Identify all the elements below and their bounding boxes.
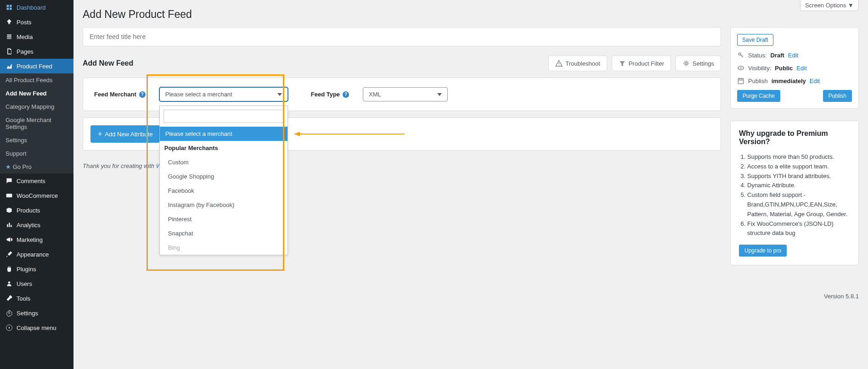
right-column: Save Draft Status: Draft Edit Visibility…: [730, 27, 859, 300]
merchant-select[interactable]: Please select a merchant: [159, 87, 288, 101]
add-attribute-button[interactable]: +Add New Attribute: [90, 125, 160, 143]
section-title: Add New Feed: [83, 59, 133, 67]
publish-button[interactable]: Publish: [823, 90, 852, 102]
sidebar-item-tools[interactable]: Tools: [0, 291, 73, 306]
dropdown-option[interactable]: Custom: [160, 155, 287, 169]
sidebar-item-users[interactable]: Users: [0, 276, 73, 291]
merchant-label: Feed Merchant?: [94, 91, 146, 98]
label: Marketing: [17, 236, 43, 243]
collapse-icon: [6, 324, 13, 331]
sidebar-item-product-feed[interactable]: Product Feed: [0, 59, 73, 73]
version-text: Version 5.8.1: [730, 293, 859, 300]
warning-icon: [555, 60, 563, 67]
help-icon[interactable]: ?: [139, 91, 146, 98]
dropdown-option[interactable]: Instagram (by Facebook): [160, 198, 287, 212]
sub-go-pro[interactable]: ★ Go Pro: [0, 160, 73, 173]
megaphone-icon: [6, 236, 13, 243]
troubleshoot-button[interactable]: Troubleshoot: [548, 56, 607, 71]
key-icon: [737, 51, 744, 59]
sidebar-item-products[interactable]: Products: [0, 203, 73, 218]
dropdown-option[interactable]: Pinterest: [160, 212, 287, 226]
upgrade-list: Supports more than 50 products. Access t…: [747, 152, 850, 238]
sub-all-feeds[interactable]: All Product Feeds: [0, 73, 73, 87]
sidebar-item-media[interactable]: Media: [0, 29, 73, 44]
svg-marker-5: [294, 132, 300, 136]
sub-settings[interactable]: Settings: [0, 134, 73, 147]
list-item: Supports more than 50 products.: [747, 152, 850, 162]
screen-options-tab[interactable]: Screen Options ▼: [800, 0, 859, 11]
dropdown-option[interactable]: Snapchat: [160, 226, 287, 240]
svg-rect-8: [738, 78, 743, 84]
publish-box: Save Draft Status: Draft Edit Visibility…: [730, 27, 859, 109]
sub-category-mapping[interactable]: Category Mapping: [0, 100, 73, 113]
pin-icon: [6, 18, 13, 26]
upgrade-button[interactable]: Upgrade to pro: [739, 245, 787, 257]
dropdown-search-input[interactable]: [163, 110, 284, 123]
upgrade-title: Why upgrade to Premium Version?: [739, 129, 850, 146]
page-title: Add New Product Feed: [83, 8, 859, 21]
feed-title-input[interactable]: [83, 27, 721, 46]
woo-icon: [6, 192, 13, 199]
sidebar-item-posts[interactable]: Posts: [0, 15, 73, 29]
pages-icon: [6, 48, 13, 55]
sidebar-item-appearance[interactable]: Appearance: [0, 247, 73, 262]
brush-icon: [6, 251, 13, 258]
list-item: Dynamic Attribute.: [747, 181, 850, 190]
sidebar-item-comments[interactable]: Comments: [0, 173, 73, 188]
sidebar-item-pages[interactable]: Pages: [0, 44, 73, 59]
tools-icon: [6, 295, 13, 302]
dropdown-option-placeholder[interactable]: Please select a merchant: [160, 127, 287, 141]
sub-google-merchant[interactable]: Google Merchant Settings: [0, 113, 73, 134]
visibility-line: Visibility: Public Edit: [737, 64, 852, 72]
sub-support[interactable]: Support: [0, 147, 73, 160]
edit-visibility-link[interactable]: Edit: [796, 65, 806, 72]
sidebar-item-dashboard[interactable]: Dashboard: [0, 0, 73, 15]
svg-point-1: [8, 281, 11, 284]
dropdown-option[interactable]: Google Shopping: [160, 169, 287, 184]
sidebar-item-settings[interactable]: Settings: [0, 306, 73, 320]
annotation-arrow: [290, 129, 409, 140]
star-icon: ★: [6, 163, 11, 170]
publish-line: Publish immediately Edit: [737, 77, 852, 84]
settings-icon: [6, 309, 13, 317]
label: Product Feed: [17, 63, 52, 70]
list-item: Custom field support - Brand,GTIN,MPN,UP…: [747, 190, 850, 219]
label: Analytics: [17, 222, 40, 229]
plus-icon: +: [98, 130, 102, 138]
comment-icon: [6, 177, 13, 184]
sidebar-item-marketing[interactable]: Marketing: [0, 232, 73, 247]
plug-icon: [6, 265, 13, 273]
merchant-dropdown: Please select a merchant Popular Merchan…: [159, 106, 288, 255]
sidebar-item-collapse[interactable]: Collapse menu: [0, 320, 73, 335]
dropdown-option[interactable]: Facebook: [160, 184, 287, 198]
list-item: Fix WooCommerce's (JSON-LD) structure da…: [747, 219, 850, 239]
help-icon[interactable]: ?: [343, 91, 349, 98]
label: Settings: [17, 310, 38, 317]
dropdown-group-popular: Popular Merchants: [160, 141, 287, 155]
left-column: Add New Feed Troubleshoot Product Filter…: [83, 27, 721, 169]
settings-button[interactable]: Settings: [676, 56, 721, 71]
sidebar-item-analytics[interactable]: Analytics: [0, 218, 73, 232]
purge-cache-button[interactable]: Purge Cache: [737, 90, 780, 102]
product-filter-button[interactable]: Product Filter: [612, 56, 671, 71]
edit-status-link[interactable]: Edit: [788, 52, 798, 59]
sub-add-new-feed[interactable]: Add New Feed: [0, 87, 73, 100]
dashboard-icon: [6, 4, 13, 11]
gear-icon: [682, 60, 690, 67]
label: Pages: [17, 48, 34, 55]
sidebar-item-woocommerce[interactable]: WooCommerce: [0, 188, 73, 203]
label: Dashboard: [17, 4, 46, 11]
label: Collapse menu: [17, 324, 56, 331]
chevron-down-icon: [437, 93, 442, 96]
label: Comments: [17, 178, 45, 184]
edit-publish-link[interactable]: Edit: [810, 78, 820, 84]
svg-point-3: [685, 62, 688, 65]
dropdown-list[interactable]: Please select a merchant Popular Merchan…: [160, 127, 287, 255]
feed-type-select[interactable]: XML: [363, 87, 448, 101]
list-item: Supports YITH brand attributes.: [747, 172, 850, 181]
label: Plugins: [17, 266, 36, 273]
sidebar-item-plugins[interactable]: Plugins: [0, 262, 73, 276]
eye-icon: [737, 64, 744, 72]
save-draft-button[interactable]: Save Draft: [737, 34, 773, 46]
dropdown-option[interactable]: Bing: [160, 240, 287, 255]
